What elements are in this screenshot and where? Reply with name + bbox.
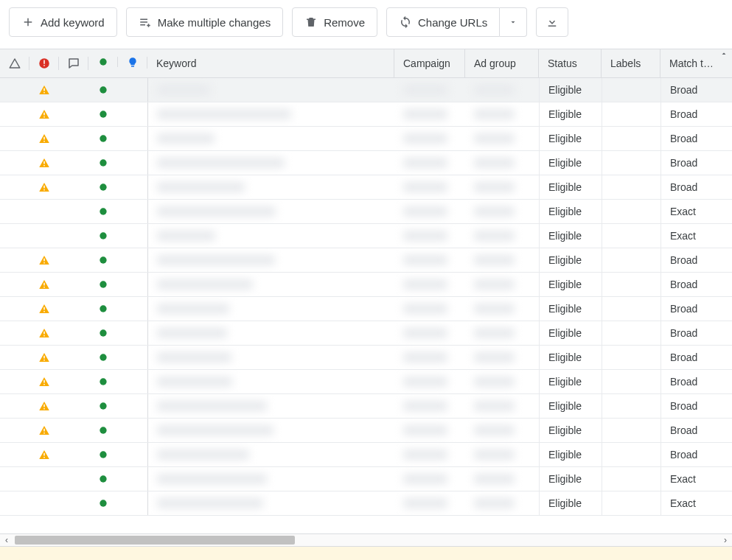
- svg-point-32: [100, 329, 106, 336]
- table-row[interactable]: EligibleBroad: [0, 127, 732, 151]
- svg-point-49: [100, 500, 106, 506]
- row-status-dot-cell: [88, 346, 118, 369]
- table-row[interactable]: EligibleExact: [0, 467, 732, 491]
- keyword-cell: [147, 224, 394, 248]
- add-keyword-button[interactable]: Add keyword: [9, 7, 117, 37]
- table-row[interactable]: EligibleBroad: [0, 248, 732, 273]
- scroll-left-button[interactable]: ‹: [0, 535, 13, 545]
- replace-icon: [399, 15, 412, 29]
- table-row[interactable]: EligibleBroad: [0, 346, 732, 370]
- row-error-cell: [0, 151, 29, 175]
- horizontal-scrollbar[interactable]: ‹ ›: [0, 533, 732, 547]
- make-multiple-changes-label: Make multiple changes: [158, 16, 271, 29]
- svg-point-9: [100, 111, 106, 117]
- campaign-cell: [394, 467, 465, 491]
- add-keyword-label: Add keyword: [41, 16, 105, 29]
- triangle-outline-icon: [8, 57, 21, 70]
- labels-cell: [602, 78, 660, 102]
- status-cell: Eligible: [539, 443, 602, 466]
- col-header-status[interactable]: Status: [539, 49, 602, 77]
- change-urls-button[interactable]: Change URLs: [386, 7, 500, 37]
- svg-rect-16: [43, 186, 45, 189]
- col-header-labels[interactable]: Labels: [602, 49, 660, 77]
- svg-rect-43: [43, 433, 45, 434]
- make-multiple-changes-button[interactable]: Make multiple changes: [126, 7, 283, 37]
- table-row[interactable]: EligibleBroad: [0, 102, 732, 127]
- campaign-cell: [394, 273, 465, 296]
- svg-rect-42: [43, 429, 45, 432]
- keyword-cell: [147, 346, 394, 369]
- row-recommendation-cell: [118, 321, 147, 345]
- adgroup-cell: [465, 467, 539, 491]
- table-row[interactable]: EligibleBroad: [0, 297, 732, 321]
- table-row[interactable]: EligibleBroad: [0, 321, 732, 346]
- row-status-dot-cell: [88, 200, 118, 223]
- scroll-up-button[interactable]: [717, 49, 731, 79]
- table-row[interactable]: EligibleBroad: [0, 394, 732, 419]
- header-comments-col[interactable]: [59, 57, 88, 70]
- status-dot-icon: [98, 57, 108, 67]
- svg-rect-46: [43, 457, 45, 458]
- row-alert-cell: [29, 419, 59, 442]
- header-alerts-col[interactable]: [29, 57, 59, 70]
- col-header-campaign[interactable]: Campaign: [394, 49, 465, 77]
- row-error-cell: [0, 491, 29, 515]
- status-cell: Eligible: [539, 175, 602, 199]
- header-recommendations-col[interactable]: [118, 57, 147, 69]
- scroll-thumb[interactable]: [15, 536, 295, 545]
- table-row[interactable]: EligibleExact: [0, 200, 732, 224]
- table-row[interactable]: EligibleExact: [0, 491, 732, 516]
- row-status-dot-cell: [88, 248, 118, 272]
- col-header-ad-group[interactable]: Ad group: [465, 49, 539, 77]
- labels-cell: [602, 321, 660, 345]
- change-urls-dropdown-button[interactable]: [500, 7, 527, 37]
- table-row[interactable]: EligibleBroad: [0, 443, 732, 467]
- download-button[interactable]: [536, 7, 568, 37]
- row-comment-cell: [59, 102, 88, 126]
- keyword-cell: [147, 78, 394, 102]
- lightbulb-icon: [127, 57, 139, 69]
- table-row[interactable]: EligibleExact: [0, 224, 732, 248]
- campaign-cell: [394, 491, 465, 515]
- row-comment-cell: [59, 224, 88, 248]
- svg-rect-30: [43, 332, 45, 335]
- header-status-col[interactable]: [88, 57, 118, 67]
- labels-cell: [602, 370, 660, 393]
- table-row[interactable]: EligibleBroad: [0, 175, 732, 200]
- row-error-cell: [0, 321, 29, 345]
- svg-point-26: [100, 281, 106, 287]
- row-status-dot-cell: [88, 370, 118, 393]
- table-row[interactable]: EligibleBroad: [0, 419, 732, 443]
- table-row[interactable]: EligibleBroad: [0, 370, 732, 394]
- scroll-right-button[interactable]: ›: [719, 535, 732, 545]
- svg-rect-22: [43, 262, 45, 264]
- row-comment-cell: [59, 394, 88, 418]
- svg-rect-21: [43, 259, 45, 262]
- row-alert-cell: [29, 127, 59, 150]
- keyword-cell: [147, 151, 394, 175]
- row-comment-cell: [59, 346, 88, 369]
- scroll-track[interactable]: [13, 534, 719, 546]
- adgroup-cell: [465, 224, 539, 248]
- col-header-match-type[interactable]: Match t…: [660, 49, 712, 77]
- remove-button[interactable]: Remove: [292, 7, 377, 37]
- row-alert-cell: [29, 248, 59, 272]
- svg-rect-13: [43, 161, 45, 164]
- svg-rect-27: [43, 307, 45, 310]
- status-cell: Eligible: [539, 346, 602, 369]
- table-row[interactable]: EligibleBroad: [0, 78, 732, 102]
- row-comment-cell: [59, 419, 88, 442]
- row-status-dot-cell: [88, 175, 118, 199]
- comment-icon: [67, 57, 80, 70]
- table-row[interactable]: EligibleBroad: [0, 273, 732, 297]
- campaign-cell: [394, 78, 465, 102]
- campaign-cell: [394, 394, 465, 418]
- table-row[interactable]: EligibleBroad: [0, 151, 732, 175]
- row-comment-cell: [59, 175, 88, 199]
- col-header-keyword[interactable]: Keyword: [147, 49, 394, 77]
- labels-cell: [602, 200, 660, 223]
- header-errors-col[interactable]: [0, 57, 29, 70]
- row-status-dot-cell: [88, 297, 118, 321]
- svg-point-12: [100, 135, 106, 141]
- svg-rect-24: [43, 283, 45, 286]
